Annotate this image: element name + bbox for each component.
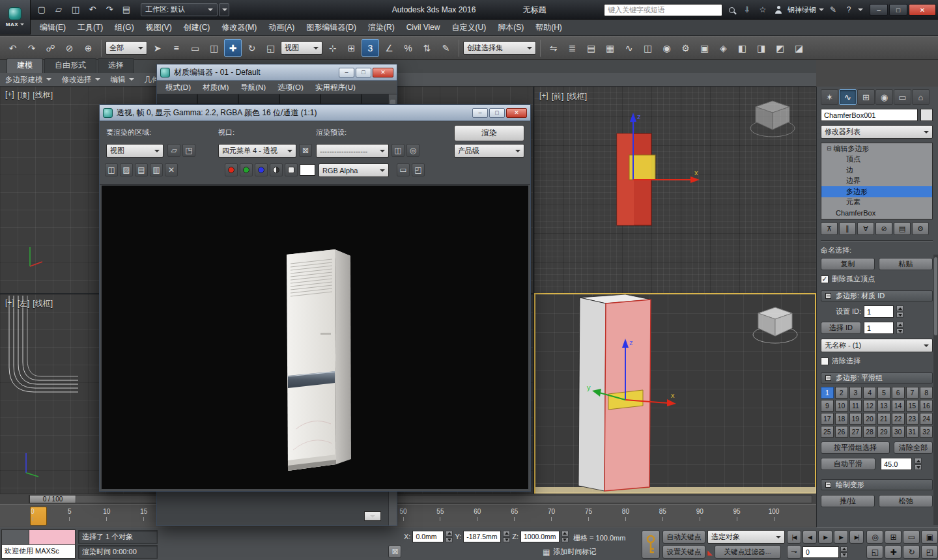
menu-item[interactable]: 创建(C) <box>178 20 216 35</box>
user-menu-caret[interactable] <box>819 8 824 11</box>
viewport-label-segment[interactable]: [前] <box>552 91 564 102</box>
minimize-button[interactable]: ‒ <box>339 68 354 77</box>
undo-icon[interactable]: ↶ <box>4 39 21 57</box>
smoothing-group-cell[interactable]: 28 <box>863 426 876 438</box>
clone-rendered-frame-icon[interactable]: ▤ <box>135 163 148 176</box>
maximize-button[interactable]: □ <box>489 108 505 118</box>
viewport-ortho-active[interactable]: z x y <box>534 293 816 494</box>
toggle-ui-overlays-icon[interactable]: ▭ <box>397 163 410 176</box>
monochrome-channel-icon[interactable] <box>270 163 283 176</box>
object-name-field[interactable]: ChamferBox001 <box>821 109 918 121</box>
snaps-toggle-icon[interactable]: 3 <box>362 39 379 57</box>
render-window-titlebar[interactable]: 透视, 帧 0, 显示 Gamma: 2.2, RGBA 颜色 16 位/通道 … <box>100 105 530 121</box>
stack-border[interactable]: 边界 <box>821 176 932 187</box>
display-tab[interactable]: ▭ <box>894 89 911 105</box>
copy-button[interactable]: 复制 <box>821 258 875 270</box>
smoothing-group-cell[interactable]: 11 <box>849 400 862 412</box>
frame-spinner[interactable] <box>840 546 847 558</box>
menu-item[interactable]: 脚本(S) <box>492 20 530 35</box>
listener-text-row[interactable]: 欢迎使用 MAXSc <box>2 544 75 559</box>
smoothing-group-cell[interactable]: 29 <box>877 426 890 438</box>
smoothing-group-cell[interactable]: 3 <box>849 387 862 399</box>
object-color-swatch[interactable] <box>920 109 933 121</box>
select-object-icon[interactable]: ➤ <box>149 39 166 57</box>
smoothing-group-cell[interactable]: 13 <box>877 400 890 412</box>
ribbon-tab[interactable]: 自由形式 <box>44 58 96 73</box>
menu-item[interactable]: 自定义(U) <box>446 20 492 35</box>
zoom-all-icon[interactable]: ⊞ <box>885 530 902 544</box>
listener-macro-row[interactable] <box>29 530 75 544</box>
go-to-start-button[interactable]: |◀ <box>787 530 801 544</box>
render-preset-dropdown[interactable]: -------------------- <box>316 144 389 158</box>
activeshade-icon[interactable]: ◨ <box>752 39 770 57</box>
smoothing-group-cell[interactable]: 10 <box>835 400 848 412</box>
help-icon[interactable]: ? <box>842 3 855 16</box>
search-icon[interactable] <box>725 3 738 16</box>
ribbon-panel-button[interactable]: 多边形建模 <box>5 75 51 85</box>
render-area-dropdown[interactable]: 视图 <box>106 144 163 158</box>
smoothing-group-cell[interactable]: 19 <box>849 413 862 425</box>
modify-tab[interactable]: ∿ <box>839 89 857 105</box>
search-input[interactable] <box>604 4 722 16</box>
clear-image-icon[interactable]: ✕ <box>165 163 178 176</box>
window-crossing-icon[interactable]: ◫ <box>205 39 223 57</box>
render-button[interactable]: 渲染 <box>454 125 524 141</box>
x-coordinate-field[interactable]: 0.0mm <box>412 531 444 542</box>
smoothing-group-cell[interactable]: 15 <box>906 400 919 412</box>
material-id-name-dropdown[interactable]: 无名称 - (1) <box>821 339 933 352</box>
layer-manager-icon[interactable]: ▤ <box>582 39 600 57</box>
menu-item[interactable]: 视图(V) <box>140 20 178 35</box>
time-slider-track[interactable] <box>29 495 812 503</box>
smoothing-group-cell[interactable]: 14 <box>892 400 905 412</box>
viewport-label-segment[interactable]: [顶] <box>18 90 30 101</box>
sign-in-icon[interactable]: ⇩ <box>741 3 754 16</box>
push-pull-button[interactable]: 推/拉 <box>821 495 875 507</box>
show-end-result-icon[interactable]: ∥ <box>839 222 856 235</box>
smoothing-group-cell[interactable]: 6 <box>892 387 905 399</box>
close-button[interactable]: ✕ <box>373 68 393 77</box>
save-preset-icon[interactable]: ◫ <box>391 144 405 157</box>
rectangular-selection-region-icon[interactable]: ▭ <box>186 39 204 57</box>
set-key-toggle[interactable] <box>642 530 660 559</box>
time-slider-button[interactable]: 0 / 100 <box>29 495 76 503</box>
viewport-label-segment[interactable]: [+] <box>5 90 14 101</box>
viewcube[interactable] <box>753 307 797 343</box>
menu-item[interactable]: 帮助(H) <box>530 20 568 35</box>
auto-region-icon[interactable]: ◳ <box>182 144 195 157</box>
stack-edge[interactable]: 边 <box>821 165 932 176</box>
viewport-label-segment[interactable]: [线框] <box>33 298 53 309</box>
viewcube[interactable] <box>750 101 795 137</box>
select-by-smoothing-group-button[interactable]: 按平滑组选择 <box>821 441 890 454</box>
add-time-tag[interactable]: 添加时间标记 <box>553 547 596 557</box>
material-editor-icon[interactable]: ◉ <box>658 39 675 57</box>
material-editor-menu-item[interactable]: 选项(O) <box>272 83 309 92</box>
render-cloud-icon[interactable]: ◩ <box>771 39 789 57</box>
clear-selection-checkbox[interactable] <box>821 357 829 365</box>
relax-button[interactable]: 松弛 <box>879 495 933 507</box>
hierarchy-tab[interactable]: ⊞ <box>857 89 875 105</box>
maximize-viewport-toggle-icon[interactable]: ◰ <box>921 545 938 559</box>
render-canvas[interactable] <box>102 186 528 489</box>
previous-frame-button[interactable]: ◀ <box>803 530 817 544</box>
material-editor-menu-item[interactable]: 导航(N) <box>234 83 272 92</box>
menu-item[interactable]: 动画(A) <box>263 20 300 35</box>
favorites-star-icon[interactable]: ☆ <box>756 3 769 16</box>
smoothing-group-cell[interactable]: 2 <box>835 387 848 399</box>
save-file-icon[interactable]: ◫ <box>68 3 83 17</box>
smoothing-group-cell[interactable]: 9 <box>821 400 834 412</box>
maximize-button[interactable]: □ <box>356 68 371 77</box>
schematic-view-icon[interactable]: ◫ <box>639 39 657 57</box>
smoothing-group-cell[interactable]: 18 <box>835 413 848 425</box>
communication-icon[interactable]: ✎ <box>827 3 840 16</box>
x-spinner[interactable] <box>446 531 453 542</box>
selection-filter-dropdown[interactable]: 全部 <box>106 41 147 55</box>
y-coordinate-field[interactable]: -187.5mm <box>463 531 501 542</box>
user-avatar-icon[interactable] <box>772 3 785 16</box>
open-file-icon[interactable]: ▱ <box>51 3 66 17</box>
material-editor-menu-item[interactable]: 模式(D) <box>160 83 197 92</box>
percent-snap-icon[interactable]: % <box>399 39 417 57</box>
green-channel-icon[interactable] <box>240 163 253 176</box>
stack-menu-icon[interactable]: ⚙ <box>912 222 929 235</box>
select-id-spinner[interactable] <box>896 322 903 334</box>
align-icon[interactable]: ≣ <box>563 39 581 57</box>
